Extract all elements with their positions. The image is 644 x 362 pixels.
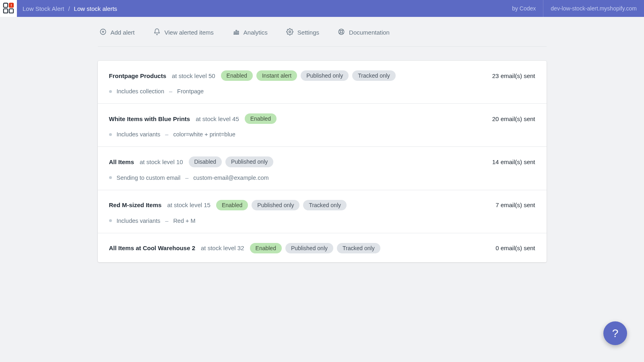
nav-label: Analytics [244,29,268,36]
nav-analytics[interactable]: Analytics [232,28,268,37]
status-badge: Published only [301,70,349,81]
titlebar-right: by Codex dev-low-stock-alert.myshopify.c… [505,0,644,17]
bullet-icon [109,219,112,222]
breadcrumb: Low Stock Alert / Low stock alerts [23,5,117,12]
alert-row[interactable]: Frontpage Productsat stock level 50Enabl… [98,61,547,103]
svg-rect-1 [9,9,13,13]
nav-label: View alerted items [165,29,214,36]
note-label: Includes collection [117,88,165,95]
titlebar: ! Low Stock Alert / Low stock alerts by … [0,0,644,17]
shop-domain[interactable]: dev-low-stock-alert.myshopify.com [543,0,644,17]
alert-row[interactable]: All Items at Cool Warehouse 2at stock le… [98,233,547,262]
note-label: Includes variants [117,131,161,138]
alert-row[interactable]: Red M-sized Itemsat stock level 15Enable… [98,190,547,233]
bell-icon [153,28,161,37]
alert-title: Frontpage Products [109,72,167,79]
note-sep: – [165,131,168,138]
bullet-icon [109,176,112,179]
note-label: Includes variants [117,218,161,224]
question-icon: ? [612,327,619,340]
nav-add-alert[interactable]: Add alert [99,28,135,37]
note-sep: – [169,88,172,95]
alert-title: Red M-sized Items [109,202,162,208]
nav-settings[interactable]: Settings [286,28,319,37]
nav-row: Add alert View alerted items Analytics S… [98,17,547,47]
alert-note: Includes variants–Red + M [109,218,535,224]
badge-group: EnabledPublished onlyTracked only [250,243,380,253]
note-value: Red + M [173,218,195,224]
alert-row[interactable]: All Itemsat stock level 10DisabledPublis… [98,146,547,189]
note-value: color=white + print=blue [173,131,235,138]
status-badge: Enabled [250,243,282,253]
alert-row[interactable]: White Items with Blue Printsat stock lev… [98,103,547,146]
svg-rect-10 [236,30,237,34]
lifebuoy-icon [338,28,345,37]
status-badge: Enabled [216,200,248,210]
alert-level: at stock level 15 [167,202,211,208]
alert-note: Includes variants–color=white + print=bl… [109,131,535,138]
alert-title: All Items at Cool Warehouse 2 [109,245,196,251]
alert-title: All Items [109,158,134,165]
svg-rect-11 [237,31,238,35]
svg-rect-0 [4,9,8,13]
status-badge: Instant alert [256,70,297,81]
status-badge: Enabled [245,113,277,124]
svg-text:!: ! [10,3,12,7]
alert-level: at stock level 45 [196,115,239,122]
alert-level: at stock level 32 [201,245,244,251]
status-badge: Tracked only [352,70,396,81]
plus-circle-icon [99,28,107,37]
status-badge: Published only [285,243,333,253]
note-sep: – [165,218,168,224]
nav-label: Add alert [111,29,135,36]
status-badge: Tracked only [337,243,380,253]
alert-metric: 23 email(s) sent [492,72,535,79]
app-logo: ! [0,0,17,17]
bullet-icon [109,133,112,136]
badge-group: Enabled [245,113,277,124]
gear-icon [286,28,293,37]
alert-note: Sending to custom email–custom-email@exa… [109,175,535,181]
status-badge: Tracked only [303,200,347,210]
nav-label: Settings [297,29,319,36]
bullet-icon [109,90,112,93]
alerts-list: Frontpage Productsat stock level 50Enabl… [98,61,547,262]
help-fab[interactable]: ? [603,321,627,345]
byline: by Codex [505,0,543,17]
alert-title: White Items with Blue Prints [109,115,190,122]
nav-view-alerted[interactable]: View alerted items [153,28,214,37]
badge-group: EnabledPublished onlyTracked only [216,200,347,210]
status-badge: Published only [252,200,299,210]
note-sep: – [185,175,188,181]
alert-note: Includes collection–Frontpage [109,88,535,95]
svg-point-14 [340,31,343,33]
alert-metric: 20 email(s) sent [492,115,535,122]
note-value: custom-email@example.com [193,175,268,181]
breadcrumb-sep: / [68,5,70,12]
svg-rect-9 [234,32,235,34]
note-label: Sending to custom email [117,175,181,181]
svg-point-12 [289,31,291,33]
alert-level: at stock level 10 [140,158,183,165]
nav-documentation[interactable]: Documentation [338,28,390,37]
badge-group: DisabledPublished only [189,156,274,167]
status-badge: Published only [225,156,273,167]
breadcrumb-app[interactable]: Low Stock Alert [23,5,64,12]
breadcrumb-page: Low stock alerts [74,5,118,12]
badge-group: EnabledInstant alertPublished onlyTracke… [221,70,396,81]
analytics-icon [232,28,239,37]
note-value: Frontpage [177,88,204,95]
alert-metric: 14 email(s) sent [492,158,535,165]
alert-metric: 0 email(s) sent [495,245,535,251]
alert-metric: 7 email(s) sent [495,202,535,208]
status-badge: Disabled [189,156,222,167]
status-badge: Enabled [221,70,253,81]
svg-rect-2 [4,3,8,7]
nav-label: Documentation [349,29,390,36]
alert-level: at stock level 50 [172,72,215,79]
